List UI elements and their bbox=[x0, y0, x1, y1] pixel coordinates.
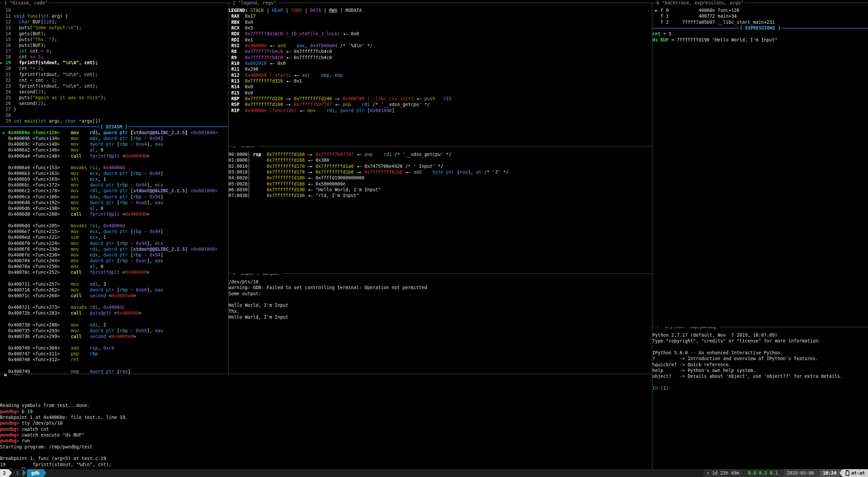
pane-border bbox=[0, 374, 652, 374]
terminal-line: Breakpoint 1 at 0x40068e: file test.c, l… bbox=[0, 414, 652, 420]
terminal-line: 00:0000│ rsp 0x7fffffffd160 —▸ 0x7ffff7b… bbox=[229, 152, 652, 157]
status-right: ↑ 1d 23h 49m ‹ 0.0 0.1 0.1 ‹ 2020-03-06 … bbox=[704, 469, 868, 477]
pane-divider-vertical-right[interactable] bbox=[652, 3, 652, 469]
terminal-line bbox=[0, 275, 228, 281]
pane-stack[interactable]: 3 "stack" 00:0000│ rsp 0x7fffffffd160 —▸… bbox=[229, 146, 652, 273]
terminal-line: pwndbg> cwatch execute "ds BUF" bbox=[0, 432, 652, 438]
pane-ipython[interactable]: 7 "IPython: tmp/pwndbg" Python 2.7.17 (d… bbox=[652, 327, 868, 469]
pane-backtrace-expressions[interactable]: 6 "backtrace, expressions, args" ► f 0 4… bbox=[652, 0, 868, 327]
terminal-line: 02:0010│ 0x7fffffffd170 —▸ 0x7fffffffd1a… bbox=[229, 163, 652, 169]
pane-title-main: 5 "Main" bbox=[3, 374, 27, 376]
pane-title-stack: 3 "stack" bbox=[231, 146, 258, 148]
terminal-line: RCX 0x5 bbox=[229, 25, 652, 31]
pane-main-gdb[interactable]: 5 "Main" Reading symbols from test...don… bbox=[0, 374, 652, 469]
pane-border bbox=[229, 273, 652, 274]
terminal-line bbox=[0, 385, 652, 391]
terminal-line: pwndbg> b 19 bbox=[0, 409, 652, 414]
segment-separator-icon: ‹ bbox=[817, 469, 820, 477]
terminal-line bbox=[652, 344, 868, 350]
terminal-line: R9 0x7ffff7fcb4c0 ◂— 0x7ffff7fcb4c0 bbox=[229, 55, 652, 60]
pane-legend-regs[interactable]: 2 "legend, regs" LEGEND: STACK | HEAP | … bbox=[229, 0, 652, 146]
terminal-line bbox=[0, 339, 228, 345]
io-content: /dev/pts/10warning: GDB: Failed to set c… bbox=[229, 279, 652, 320]
terminal-line: 0x400716 <func+262> mov dword ptr [rbp -… bbox=[0, 287, 228, 293]
terminal-line: f 2 7ffff7a05b97 __libc_start_main+231 bbox=[652, 19, 868, 25]
terminal-line: RDX 0x7ffff7dd18c0 (_IO_stdfile_1_lock) … bbox=[229, 31, 652, 37]
terminal-line: 0x4006fe <func+238> mov edx, dword ptr [… bbox=[0, 252, 228, 258]
terminal-line: 18 cnt += 5; bbox=[0, 54, 228, 60]
hostname-value: at-at bbox=[851, 471, 865, 476]
pane-title-input-output: 4 "Input / Output" bbox=[231, 273, 283, 276]
terminal-line: ds BUF = 7fffffffd190 "Hello World, I'm … bbox=[652, 37, 868, 43]
terminal-line: 13 puts("Some output:\n"); bbox=[0, 25, 228, 31]
window-name-gdb[interactable]: gdb bbox=[27, 469, 43, 477]
terminal-line: 15 puts("Thx. "); bbox=[0, 37, 228, 42]
terminal-line bbox=[0, 450, 652, 456]
terminal-line: 0x400735 <func+293> mov dword ptr [rbp -… bbox=[0, 328, 228, 334]
terminal-line: 0x400747 <func+311> pop rbp bbox=[0, 351, 228, 357]
window-index[interactable]: 1 bbox=[12, 469, 23, 477]
time-value: 10:24 bbox=[820, 469, 839, 477]
terminal-line: 0x4006d6 <func+198> mov al, 0 bbox=[0, 206, 228, 211]
terminal-line: 0x400749 nop dword ptr [rax] bbox=[0, 369, 228, 374]
ipython-content: Python 2.7.17 (default, Nov 7 2019, 10:0… bbox=[652, 332, 868, 391]
terminal-line: 23 fprintf(stdout, "%d\n", cnt); bbox=[0, 83, 228, 89]
pane-disasm-code[interactable]: 1 "disasm, code" 10 11 void func(int arg… bbox=[0, 0, 228, 374]
terminal-line: 0x4006c2 <func+178> mov rdi, qword ptr [… bbox=[0, 188, 228, 194]
terminal-line bbox=[0, 217, 228, 223]
tmux-terminal-screen: 1 "disasm, code" 10 11 void func(int arg… bbox=[0, 0, 868, 477]
terminal-line: 0x40071c <func+268> call second <0x4005a… bbox=[0, 293, 228, 299]
terminal-line: Thx. bbox=[229, 308, 652, 314]
terminal-line: 28 bbox=[0, 112, 228, 118]
pane-title-legend-regs: 2 "legend, regs" bbox=[231, 0, 277, 5]
terminal-line: 0x40069c <func+140> mov dword ptr [rbp -… bbox=[0, 141, 228, 147]
terminal-line: 10 bbox=[0, 7, 228, 13]
pane-border bbox=[229, 146, 652, 146]
terminal-line bbox=[0, 316, 228, 322]
pane-input-output[interactable]: 4 "Input / Output" /dev/pts/10warning: G… bbox=[229, 273, 652, 374]
terminal-line: RSP 0x7fffffffd160 —▸ 0x7ffff7b97787 ◂— … bbox=[229, 102, 652, 107]
terminal-line: 29 int main(int argc, char *argv[]) bbox=[0, 118, 228, 124]
terminal-line: 22 cnt = cnt - 1; bbox=[0, 77, 228, 83]
terminal-line: 0x400721 <func+273> movabs rdi, 0x40083c bbox=[0, 304, 228, 310]
terminal-line bbox=[0, 299, 228, 304]
terminal-line: 0x4006bc <func+172> mov dword ptr [rbp -… bbox=[0, 182, 228, 188]
terminal-line: R13 0x7fffffffd320 ◂— 0x1 bbox=[229, 78, 652, 84]
pane-title-ipython: 7 "IPython: tmp/pwndbg" bbox=[655, 327, 720, 329]
terminal-line: Reading symbols from test...done. bbox=[0, 403, 652, 408]
terminal-line: [ DISASM ] bbox=[0, 124, 228, 130]
terminal-line: 11 void func(int arg) { bbox=[0, 13, 228, 19]
terminal-line: 0x40072b <func+283> call puts@plt <0x400… bbox=[0, 310, 228, 316]
terminal-line bbox=[0, 379, 652, 385]
terminal-line: Some output: bbox=[229, 291, 652, 297]
terminal-line: 19 fprintf(stdout, "%d\n", cnt); bbox=[0, 462, 652, 467]
terminal-line: pwndbg> tty /dev/pts/10 bbox=[0, 420, 652, 426]
terminal-line: RIP 0x40068e (func+126) ◂— mov rdi, qwor… bbox=[229, 108, 652, 113]
terminal-line: RDI 0x1 bbox=[229, 37, 652, 43]
terminal-line: object? -> Details about 'object', use '… bbox=[652, 373, 868, 379]
terminal-line: 0x4006ed <func+221> sub ecx, 1 bbox=[0, 234, 228, 240]
terminal-line: 14 gets(BUF); bbox=[0, 31, 228, 37]
terminal-line: R10 0x602010 ◂— 0x0 bbox=[229, 60, 652, 66]
terminal-line: 16 puts(BUF); bbox=[0, 42, 228, 48]
terminal-line: 0x4006a9 <func+153> movabs rsi, 0x40080d bbox=[0, 165, 228, 171]
terminal-line bbox=[0, 391, 652, 397]
pane-divider-vertical-left[interactable] bbox=[228, 3, 229, 374]
powerline-chevron-icon bbox=[9, 469, 12, 477]
terminal-line: 17 int cnt = 0; bbox=[0, 48, 228, 54]
terminal-line: /dev/pts/10 bbox=[229, 279, 652, 285]
terminal-line: IPython 5.8.0 -- An enhanced Interactive… bbox=[652, 350, 868, 356]
terminal-line bbox=[0, 397, 652, 403]
session-indicator[interactable]: 2 bbox=[0, 469, 9, 477]
terminal-line: RAX 0x17 bbox=[229, 13, 652, 19]
terminal-line: ► f 0 40068e func+126 bbox=[652, 7, 868, 13]
powerline-chevron-icon bbox=[23, 469, 26, 477]
uptime-segment: ↑ 1d 23h 49m bbox=[704, 469, 742, 477]
backtrace-content: ► f 0 40068e func+126 f 1 400772 main+34… bbox=[652, 7, 868, 43]
terminal-line: LEGEND: STACK | HEAP | CODE | DATA | RWX… bbox=[229, 7, 652, 13]
terminal-line: Python 2.7.17 (default, Nov 7 2019, 10:0… bbox=[652, 332, 868, 338]
terminal-line: 25 puts("Again as it was so nice"); bbox=[0, 95, 228, 101]
uptime-value: 1d 23h 49m bbox=[712, 471, 739, 476]
terminal-line: RBX 0x0 bbox=[229, 19, 652, 25]
terminal-line: Breakpoint 1, func (arg=5) at test.c:19 bbox=[0, 456, 652, 461]
